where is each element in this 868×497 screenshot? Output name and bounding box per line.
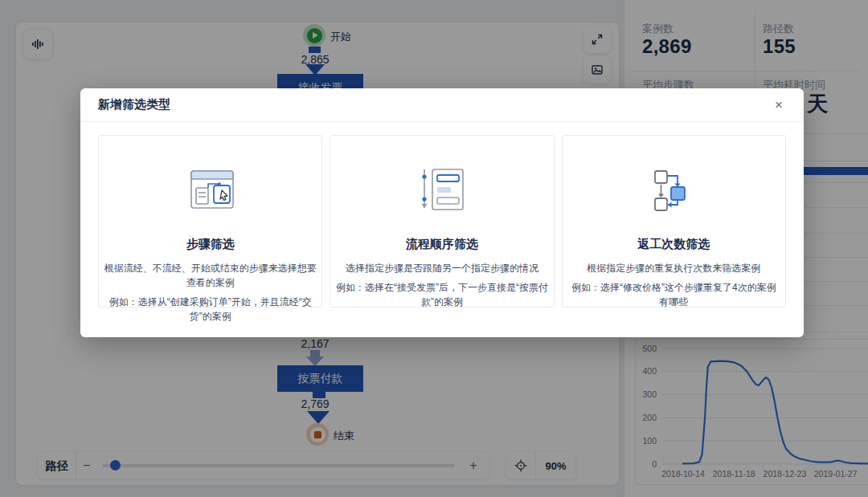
rework-flow-icon <box>563 165 785 218</box>
card-step-filter[interactable]: 步骤筛选 根据流经、不流经、开始或结束的步骤来选择想要查看的案例 例如：选择从“… <box>98 135 322 308</box>
modal-title: 新增筛选类型 <box>98 97 772 112</box>
card-example: 例如：选择从“创建采购订单”开始，并且流经“交货”的案例 <box>99 295 321 324</box>
window-cursor-icon <box>99 165 321 218</box>
card-rework-filter[interactable]: 返工次数筛选 根据指定步骤的重复执行次数来筛选案例 例如：选择“修改价格”这个步… <box>562 135 786 308</box>
card-title: 流程顺序筛选 <box>330 237 553 252</box>
card-description: 选择指定步骤是否跟随另一个指定步骤的情况 <box>330 261 553 275</box>
card-description: 根据流经、不流经、开始或结束的步骤来选择想要查看的案例 <box>99 261 321 290</box>
card-sequence-filter[interactable]: 流程顺序筛选 选择指定步骤是否跟随另一个指定步骤的情况 例如：选择在“接受发票”… <box>330 135 554 308</box>
card-title: 返工次数筛选 <box>563 237 785 252</box>
sequence-steps-icon <box>330 165 553 218</box>
card-title: 步骤筛选 <box>99 237 321 252</box>
card-example: 例如：选择“修改价格”这个步骤重复了4次的案例有哪些 <box>563 280 785 309</box>
card-example: 例如：选择在“接受发票”后，下一步直接是“按票付款”的案例 <box>330 280 553 309</box>
close-icon[interactable]: × <box>772 96 786 113</box>
card-description: 根据指定步骤的重复执行次数来筛选案例 <box>563 261 785 275</box>
modal-body: 步骤筛选 根据流经、不流经、开始或结束的步骤来选择想要查看的案例 例如：选择从“… <box>80 122 804 308</box>
add-filter-modal: 新增筛选类型 × 步骤筛选 根据流经、不流经、开始或结束的步骤来选择想要查看的案… <box>80 88 804 337</box>
modal-header: 新增筛选类型 × <box>80 88 804 122</box>
